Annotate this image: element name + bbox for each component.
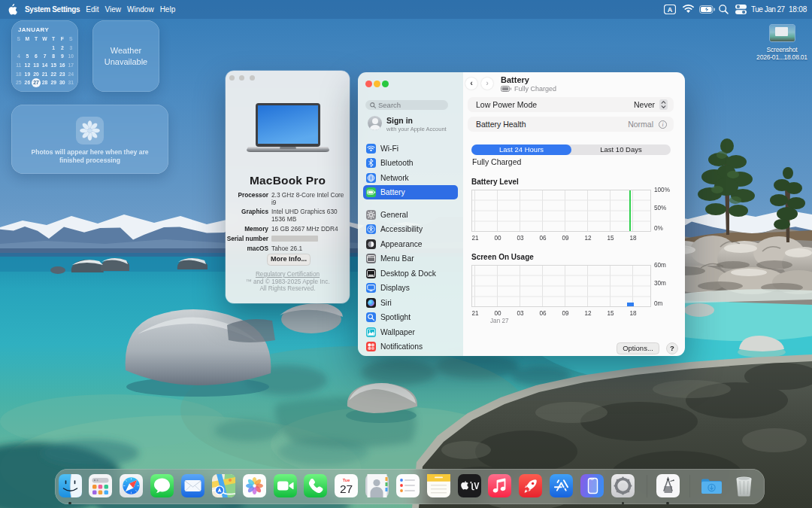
svg-text:i: i bbox=[662, 121, 663, 128]
svg-text:A: A bbox=[668, 6, 673, 14]
svg-text:27: 27 bbox=[340, 482, 353, 495]
